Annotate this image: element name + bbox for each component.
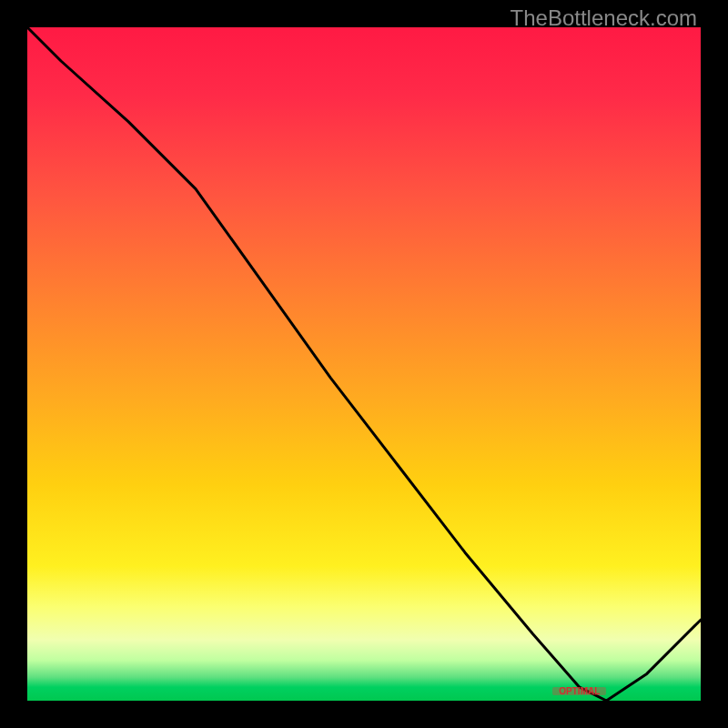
bottleneck-curve bbox=[27, 27, 701, 701]
optimal-marker-label: OPTIMAL bbox=[559, 686, 600, 696]
chart-container: TheBottleneck.com OPTIMAL bbox=[0, 0, 728, 728]
chart-svg bbox=[27, 27, 701, 701]
